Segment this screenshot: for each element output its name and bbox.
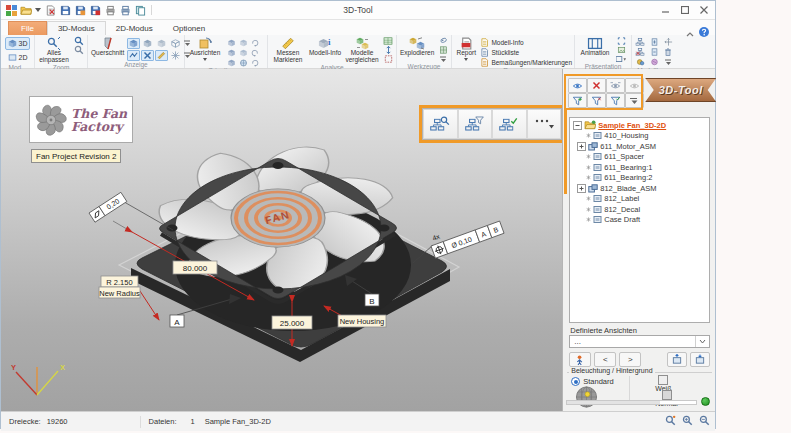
align-button[interactable]: Ausrichten xyxy=(187,36,223,62)
hide-selected-button[interactable] xyxy=(587,78,606,93)
zoom-in-status-icon[interactable] xyxy=(682,415,693,428)
background-normal-checkbox[interactable] xyxy=(662,390,672,400)
display-shaded-edges-toggle[interactable] xyxy=(141,38,154,49)
tab-optionen[interactable]: Optionen xyxy=(163,22,215,35)
lighting-standard-radio[interactable] xyxy=(571,377,580,386)
tree-item-611-bearing-1[interactable]: 611_Bearing:1 xyxy=(573,162,709,173)
tree-apply-button[interactable] xyxy=(493,110,526,138)
collapse-expander-icon[interactable] xyxy=(573,121,582,130)
tree-item-812-decal[interactable]: 812_Decal xyxy=(573,204,709,215)
tree-item-410-housing[interactable]: 410_Housing xyxy=(573,131,709,142)
defined-views-combobox[interactable]: ... xyxy=(569,335,710,348)
tree-item-611-motor-asm[interactable]: 611_Motor_ASM xyxy=(573,141,709,152)
mode-2d-button[interactable]: 2D xyxy=(5,51,31,64)
tree-expand-icon[interactable] xyxy=(648,38,660,46)
mode-3d-button[interactable]: 3D xyxy=(5,37,31,50)
compare-models-button[interactable]: Modelle vergleichen xyxy=(344,36,380,64)
report-dimensions-item[interactable]: Bemaßungen/Markierungen xyxy=(480,58,572,67)
restore-view-button[interactable] xyxy=(690,352,710,367)
vertices-toggle[interactable] xyxy=(141,50,154,61)
edges-toggle[interactable] xyxy=(127,50,140,61)
report-button[interactable]: Report xyxy=(454,36,478,62)
modelltree-more-dropdown[interactable] xyxy=(662,58,674,66)
view-front-icon[interactable] xyxy=(225,38,237,48)
tree-item-611-spacer[interactable]: 611_Spacer xyxy=(573,152,709,163)
filter-remove-button[interactable] xyxy=(587,93,606,108)
filter-more-dropdown[interactable] xyxy=(625,93,644,108)
tree-show-icon[interactable] xyxy=(634,38,646,46)
measure-mark-button[interactable]: Messen Markieren xyxy=(270,36,306,64)
filter-apply-button[interactable] xyxy=(606,93,625,108)
tree-color-icon[interactable] xyxy=(634,58,646,66)
expand-expander-icon[interactable] xyxy=(577,184,586,193)
view-left-icon[interactable] xyxy=(225,48,237,58)
open-dropdown-arrow[interactable] xyxy=(35,4,41,16)
zoom-window-status-icon[interactable] xyxy=(665,415,676,428)
report-model-info-item[interactable]: Modell-Info xyxy=(480,38,572,47)
next-view-button[interactable]: > xyxy=(619,352,641,367)
tab-3d-modus[interactable]: 3D-Modus xyxy=(47,21,106,35)
report-bom-item[interactable]: Stückliste xyxy=(480,48,572,57)
tree-item-611-bearing-2[interactable]: 611_Bearing:2 xyxy=(573,173,709,184)
trash-icon[interactable] xyxy=(662,48,674,56)
expand-expander-icon[interactable] xyxy=(577,142,586,151)
maximize-button[interactable] xyxy=(680,5,690,15)
tree-collapse-icon[interactable] xyxy=(648,48,660,56)
tree-delete-red-icon[interactable] xyxy=(634,48,646,56)
minimize-button[interactable] xyxy=(661,5,671,15)
help-icon[interactable] xyxy=(699,23,709,41)
tree-material-icon[interactable] xyxy=(648,58,660,66)
rotate-cw-icon[interactable] xyxy=(249,38,261,48)
tree-more-button[interactable] xyxy=(528,110,561,138)
view-back-icon[interactable] xyxy=(237,38,249,48)
tools-more-dropdown[interactable] xyxy=(437,55,449,63)
display-transparent-toggle[interactable] xyxy=(155,38,168,49)
collapse-ribbon-icon[interactable] xyxy=(686,23,694,41)
section-levels-icon[interactable] xyxy=(382,46,394,54)
zoom-out-status-icon[interactable] xyxy=(699,415,710,428)
capture-image-icon[interactable] xyxy=(615,46,627,54)
close-file-button[interactable] xyxy=(44,4,56,16)
explode-button[interactable]: Explodieren xyxy=(399,36,435,58)
show-all-button[interactable] xyxy=(606,78,625,93)
paint-icon[interactable] xyxy=(437,37,449,45)
view-manager-button[interactable] xyxy=(569,352,591,367)
combobox-dropdown-icon[interactable] xyxy=(695,336,709,347)
tree-root-item[interactable]: Sample Fan_3D-2D xyxy=(573,120,709,131)
animation-button[interactable]: Animation xyxy=(577,36,613,58)
tree-move-icon[interactable] xyxy=(662,38,674,46)
zoom-window-icon[interactable] xyxy=(73,37,85,45)
presentation-more-dropdown[interactable] xyxy=(615,55,627,63)
grid-table-icon[interactable] xyxy=(382,37,394,45)
viewport-3d[interactable]: FAN 80.000 xyxy=(1,69,563,411)
filter-add-button[interactable] xyxy=(568,93,587,108)
previous-view-button[interactable]: < xyxy=(594,352,616,367)
isolate-button[interactable] xyxy=(625,78,644,93)
light-position-sphere[interactable] xyxy=(575,386,598,412)
model-tree[interactable]: Sample Fan_3D-2D 410_Housing 611_Motor_A… xyxy=(569,117,710,323)
effects-toggle[interactable] xyxy=(169,50,182,61)
background-white-checkbox[interactable] xyxy=(658,375,668,385)
zoom-in-out-icon[interactable] xyxy=(73,46,85,54)
bounding-box-icon[interactable] xyxy=(382,55,394,63)
print-button[interactable] xyxy=(104,4,116,16)
save-as-button[interactable] xyxy=(74,4,86,16)
save-view-button[interactable] xyxy=(667,352,687,367)
tree-search-button[interactable] xyxy=(424,110,457,138)
fullscreen-icon[interactable] xyxy=(615,37,627,45)
display-shaded-toggle[interactable] xyxy=(127,38,140,49)
model-info-button[interactable]: i Modell-Info xyxy=(308,36,342,58)
tree-filter-button[interactable] xyxy=(459,110,492,138)
close-button[interactable] xyxy=(699,5,709,15)
cross-section-button[interactable]: Querschnitt xyxy=(90,36,125,58)
copy-screenshot-button[interactable] xyxy=(134,4,146,16)
tree-item-case-draft[interactable]: Case Draft xyxy=(573,215,709,226)
save-button[interactable] xyxy=(59,4,71,16)
display-wireframe-toggle[interactable] xyxy=(169,38,182,49)
open-file-button[interactable] xyxy=(20,4,32,16)
print-preview-button[interactable] xyxy=(119,4,131,16)
tree-item-812-blade-asm[interactable]: 812_Blade_ASM xyxy=(573,183,709,194)
annotations-toggle[interactable] xyxy=(155,50,168,61)
save-pdf-button[interactable] xyxy=(89,4,101,16)
view-right-icon[interactable] xyxy=(237,48,249,58)
